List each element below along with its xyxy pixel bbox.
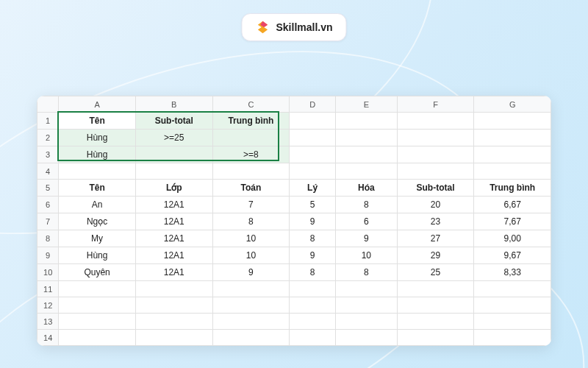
cell-A1[interactable]: Tên (59, 113, 136, 130)
col-header-G[interactable]: G (474, 96, 551, 113)
cell[interactable] (336, 330, 398, 346)
cell[interactable] (290, 330, 336, 346)
cell-C1[interactable]: Trung bình (212, 113, 290, 130)
col-header-D[interactable]: D (290, 96, 336, 113)
cell[interactable]: 8 (212, 213, 290, 230)
row-header[interactable]: 13 (37, 314, 59, 330)
cell-G1[interactable] (474, 113, 551, 130)
col-header-A[interactable]: A (59, 96, 136, 113)
cell[interactable]: 6,67 (474, 197, 551, 213)
cell[interactable] (135, 281, 212, 297)
cell[interactable] (135, 330, 212, 346)
cell[interactable]: My (59, 230, 136, 247)
cell[interactable] (135, 314, 212, 330)
cell[interactable]: Quyên (59, 264, 136, 281)
cell[interactable] (59, 163, 136, 180)
cell[interactable] (474, 314, 551, 330)
cell-B3[interactable] (135, 146, 212, 163)
col-header-B[interactable]: B (135, 96, 212, 113)
cell[interactable]: 20 (397, 197, 474, 213)
cell[interactable]: Ngọc (59, 213, 136, 230)
cell[interactable]: 8 (290, 230, 336, 247)
cell-E5[interactable]: Hóa (336, 180, 398, 197)
cell[interactable]: 8 (290, 264, 336, 281)
cell[interactable] (397, 297, 474, 314)
cell[interactable] (212, 281, 290, 297)
cell-C3[interactable]: >=8 (212, 146, 290, 163)
cell[interactable]: 10 (212, 230, 290, 247)
row-header[interactable]: 14 (37, 330, 59, 346)
cell[interactable]: 6 (336, 213, 398, 230)
cell-F2[interactable] (397, 130, 474, 146)
cell[interactable] (59, 330, 136, 346)
cell[interactable]: 7 (212, 197, 290, 213)
cell[interactable] (212, 297, 290, 314)
col-header-E[interactable]: E (336, 96, 398, 113)
cell[interactable]: 9 (290, 247, 336, 264)
cell-B1[interactable]: Sub-total (135, 113, 212, 130)
cell[interactable] (336, 163, 398, 180)
cell-F1[interactable] (397, 113, 474, 130)
cell[interactable]: 12A1 (135, 230, 212, 247)
cell-G3[interactable] (474, 146, 551, 163)
cell-B2[interactable]: >=25 (135, 130, 212, 146)
cell-E2[interactable] (336, 130, 398, 146)
cell-G5[interactable]: Trung bình (474, 180, 551, 197)
cell-D3[interactable] (290, 146, 336, 163)
cell[interactable] (474, 330, 551, 346)
cell[interactable] (135, 297, 212, 314)
cell[interactable] (336, 314, 398, 330)
row-header[interactable]: 12 (37, 297, 59, 314)
cell[interactable]: 8,33 (474, 264, 551, 281)
cell[interactable]: 8 (336, 197, 398, 213)
row-header[interactable]: 2 (37, 130, 59, 146)
cell-D2[interactable] (290, 130, 336, 146)
cell[interactable]: 10 (212, 247, 290, 264)
cell[interactable] (397, 281, 474, 297)
cell-C2[interactable] (212, 130, 290, 146)
cell[interactable] (59, 281, 136, 297)
row-header[interactable]: 4 (37, 163, 59, 180)
cell[interactable] (212, 314, 290, 330)
cell-F3[interactable] (397, 146, 474, 163)
cell[interactable]: 23 (397, 213, 474, 230)
row-header[interactable]: 11 (37, 281, 59, 297)
cell[interactable]: Hùng (59, 247, 136, 264)
cell[interactable]: 8 (336, 264, 398, 281)
cell-E3[interactable] (336, 146, 398, 163)
cell[interactable] (474, 297, 551, 314)
cell-A3[interactable]: Hùng (59, 146, 136, 163)
cell[interactable]: 12A1 (135, 197, 212, 213)
row-header[interactable]: 9 (37, 247, 59, 264)
row-header[interactable]: 10 (37, 264, 59, 281)
row-header[interactable]: 3 (37, 146, 59, 163)
cell[interactable]: 29 (397, 247, 474, 264)
cell[interactable]: 12A1 (135, 213, 212, 230)
cell[interactable]: 12A1 (135, 264, 212, 281)
cell[interactable]: 7,67 (474, 213, 551, 230)
cell-C5[interactable]: Toán (212, 180, 290, 197)
cell[interactable]: 27 (397, 230, 474, 247)
cell[interactable] (212, 163, 290, 180)
cell[interactable]: 9 (290, 213, 336, 230)
cell[interactable]: 9,00 (474, 230, 551, 247)
cell-G2[interactable] (474, 130, 551, 146)
cell-A5[interactable]: Tên (59, 180, 136, 197)
cell[interactable] (135, 163, 212, 180)
cell[interactable] (397, 314, 474, 330)
cell-F5[interactable]: Sub-total (397, 180, 474, 197)
cell[interactable] (474, 163, 551, 180)
cell[interactable]: 25 (397, 264, 474, 281)
row-header[interactable]: 6 (37, 197, 59, 213)
cell-B5[interactable]: Lớp (135, 180, 212, 197)
cell[interactable]: 10 (336, 247, 398, 264)
cell[interactable] (59, 297, 136, 314)
spreadsheet[interactable]: A B C D E F G 1 Tên Sub-total Trung bình… (37, 96, 551, 346)
cell-D5[interactable]: Lý (290, 180, 336, 197)
cell[interactable]: 9,67 (474, 247, 551, 264)
cell-A2[interactable]: Hùng (59, 130, 136, 146)
row-header[interactable]: 1 (37, 113, 59, 130)
cell[interactable]: An (59, 197, 136, 213)
cell-E1[interactable] (336, 113, 398, 130)
row-header[interactable]: 7 (37, 213, 59, 230)
